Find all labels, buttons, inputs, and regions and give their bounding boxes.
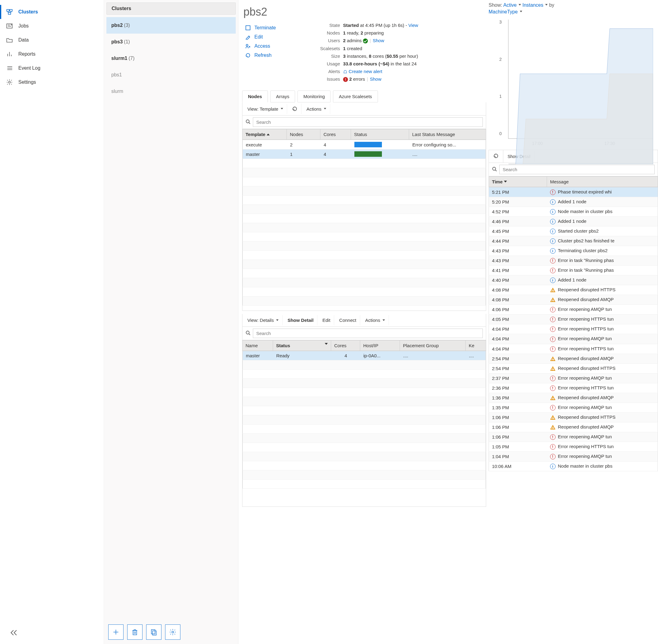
tab-nodes[interactable]: Nodes — [242, 90, 268, 102]
event-row[interactable]: 4:04 PM!Error reopening HTTPS tun — [489, 344, 658, 354]
col-name[interactable]: Name — [243, 341, 273, 351]
nav-item-jobs[interactable]: Jobs — [0, 19, 104, 33]
event-row[interactable]: 5:21 PM!Phase timeout expired whi — [489, 187, 658, 197]
nodes-actions-dropdown[interactable]: Actions — [303, 104, 330, 114]
event-row[interactable]: 1:05 PM!Error reopening HTTPS tun — [489, 442, 658, 452]
table-row[interactable]: masterReady4ip-0A0........... — [243, 351, 486, 360]
nav-item-settings[interactable]: Settings — [0, 75, 104, 89]
nav-item-event-log[interactable]: Event Log — [0, 61, 104, 75]
event-row[interactable]: 4:44 PMiCluster pbs2 has finished te — [489, 236, 658, 246]
event-row[interactable]: 1:06 PMReopened disrupted AMQP — [489, 422, 658, 432]
col-status[interactable]: Status — [273, 341, 331, 351]
tab-arrays[interactable]: Arrays — [270, 90, 295, 102]
error-icon: ! — [550, 189, 555, 195]
svg-rect-27 — [153, 631, 156, 635]
event-row[interactable]: 1:04 PM!Error reopening AMQP tun — [489, 452, 658, 461]
error-icon: ! — [550, 326, 555, 332]
refresh-button[interactable]: Refresh — [242, 51, 313, 60]
event-row[interactable]: 2:54 PMReopened disrupted AMQP — [489, 354, 658, 363]
nav-item-reports[interactable]: Reports — [0, 47, 104, 61]
view-state-link[interactable]: View — [408, 23, 418, 28]
svg-point-28 — [172, 631, 174, 633]
terminate-button[interactable]: Terminate — [242, 23, 313, 32]
table-row[interactable]: execute24Error configuring so... — [243, 140, 486, 150]
event-row[interactable]: 1:06 PMReopened disrupted HTTPS — [489, 412, 658, 422]
access-button[interactable]: Access — [242, 42, 313, 51]
event-row[interactable]: 4:40 PMiAdded 1 node — [489, 275, 658, 285]
connect-button[interactable]: Connect — [335, 315, 360, 325]
event-row[interactable]: 4:45 PMiStarted cluster pbs2 — [489, 227, 658, 236]
col-template[interactable]: Template — [243, 129, 287, 140]
view-template-dropdown[interactable]: View: Template — [244, 104, 287, 114]
warning-icon — [550, 366, 555, 371]
svg-point-42 — [552, 360, 553, 360]
col-cores[interactable]: Cores — [331, 341, 360, 351]
col-placement group[interactable]: Placement Group — [400, 341, 466, 351]
detail-edit-button[interactable]: Edit — [319, 315, 334, 325]
instances-dropdown[interactable]: Instances — [523, 2, 548, 8]
active-dropdown[interactable]: Active — [503, 2, 521, 8]
nodes-search-input[interactable] — [253, 117, 483, 127]
nav-item-data[interactable]: Data — [0, 33, 104, 47]
machinetype-dropdown[interactable]: MachineType — [489, 9, 522, 14]
col-nodes[interactable]: Nodes — [287, 129, 320, 140]
col-ke[interactable]: Ke — [466, 341, 486, 351]
event-row[interactable]: 4:06 PM!Error reopening AMQP tun — [489, 305, 658, 315]
col-message[interactable]: Message — [547, 177, 658, 187]
event-row[interactable]: 2:54 PMReopened disrupted HTTPS — [489, 363, 658, 373]
add-cluster-button[interactable] — [108, 624, 123, 640]
cluster-item-pbs3[interactable]: pbs3(1) — [107, 33, 236, 50]
event-row[interactable]: 4:08 PMReopened disrupted AMQP — [489, 295, 658, 305]
event-row[interactable]: 1:36 PMReopened disrupted AMQP — [489, 393, 658, 402]
delete-cluster-button[interactable] — [127, 624, 142, 640]
event-row[interactable]: 4:46 PMiAdded 1 node — [489, 217, 658, 227]
col-status[interactable]: Status — [351, 129, 409, 140]
event-row[interactable]: 4:04 PM!Error reopening AMQP tun — [489, 334, 658, 344]
cluster-item-pbs1[interactable]: pbs1 — [107, 67, 236, 83]
page-title: pbs2 — [243, 5, 486, 18]
cluster-item-slurm1[interactable]: slurm1(7) — [107, 50, 236, 67]
col-cores[interactable]: Cores — [320, 129, 351, 140]
collapse-nav-button[interactable] — [0, 622, 28, 644]
edit-button[interactable]: Edit — [242, 32, 313, 42]
event-row[interactable]: 4:52 PMiNode master in cluster pbs — [489, 207, 658, 217]
event-row[interactable]: 4:43 PM!Error in task "Running phas — [489, 256, 658, 266]
show-users-link[interactable]: Show — [373, 38, 384, 43]
warning-icon — [550, 424, 555, 430]
event-row[interactable]: 4:04 PM!Error reopening HTTPS tun — [489, 324, 658, 334]
nodes-refresh-button[interactable] — [288, 104, 301, 114]
view-details-dropdown[interactable]: View: Details — [244, 315, 282, 325]
event-row[interactable]: 2:37 PM!Error reopening AMQP tun — [489, 373, 658, 383]
cluster-item-slurm[interactable]: slurm — [107, 83, 236, 100]
show-detail-button[interactable]: Show Detail — [284, 315, 317, 325]
tab-monitoring[interactable]: Monitoring — [297, 90, 331, 102]
cluster-item-pbs2[interactable]: pbs2(3) — [107, 17, 236, 33]
info-icon: i — [550, 219, 555, 224]
event-row[interactable]: 1:06 PM!Error reopening AMQP tun — [489, 432, 658, 442]
col-host/ip[interactable]: Host/IP — [360, 341, 400, 351]
event-row[interactable]: 1:35 PM!Error reopening AMQP tun — [489, 402, 658, 412]
events-refresh-button[interactable] — [489, 150, 503, 163]
tab-azure-scalesets[interactable]: Azure Scalesets — [333, 90, 378, 102]
cluster-settings-button[interactable] — [165, 624, 180, 640]
event-row[interactable]: 10:06 AMiNode master in cluster pbs — [489, 461, 658, 471]
svg-point-38 — [552, 291, 553, 292]
event-row[interactable]: 4:05 PM!Error reopening HTTPS tun — [489, 315, 658, 324]
detail-search-input[interactable] — [253, 328, 483, 338]
event-row[interactable]: 4:41 PM!Error in task "Running phas — [489, 266, 658, 275]
events-search-input[interactable] — [499, 165, 655, 174]
table-row[interactable]: master14.... — [243, 150, 486, 159]
chart-icon — [6, 51, 13, 58]
col-time[interactable]: Time — [489, 177, 547, 187]
event-row[interactable]: 4:43 PMiTerminating cluster pbs2 — [489, 246, 658, 256]
create-alert-link[interactable]: Create new alert — [348, 69, 382, 74]
col-last-status-message[interactable]: Last Status Message — [409, 129, 486, 140]
detail-actions-dropdown[interactable]: Actions — [361, 315, 389, 325]
event-row[interactable]: 4:08 PMReopened disrupted HTTPS — [489, 285, 658, 295]
event-row[interactable]: 5:20 PMiAdded 1 node — [489, 197, 658, 207]
nav-item-clusters[interactable]: Clusters — [0, 5, 104, 19]
error-icon: ! — [550, 337, 555, 342]
event-row[interactable]: 2:36 PM!Error reopening HTTPS tun — [489, 383, 658, 393]
show-issues-link[interactable]: Show — [370, 76, 382, 82]
copy-cluster-button[interactable] — [146, 624, 161, 640]
